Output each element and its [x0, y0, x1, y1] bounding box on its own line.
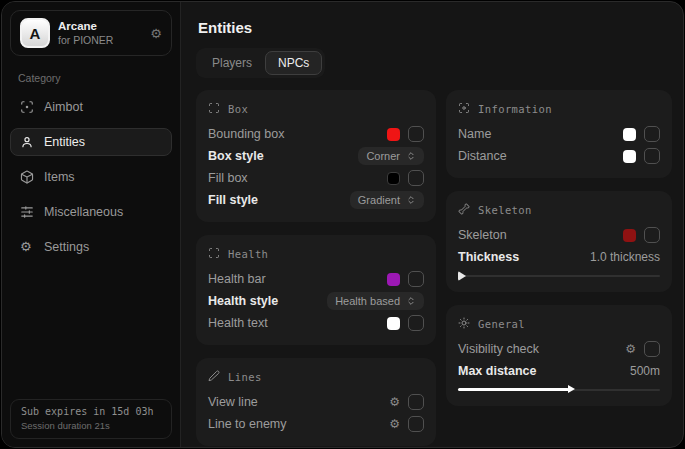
slider-fill: [458, 388, 569, 391]
fill-style-select[interactable]: Gradient: [350, 191, 424, 209]
skeleton-card: Skeleton Skeleton Thickness 1.0 thicknes…: [446, 191, 672, 292]
card-title: Health: [228, 248, 268, 260]
color-swatch[interactable]: [623, 229, 636, 242]
app-logo: A: [20, 18, 50, 48]
visibility-check-checkbox[interactable]: [644, 341, 660, 357]
scan-icon: [208, 245, 220, 263]
general-card: General Visibility check ⚙ Max distance …: [446, 305, 672, 406]
session-duration-text: Session duration 21s: [21, 420, 161, 431]
sidebar-item-entities[interactable]: Entities: [10, 128, 172, 156]
row-label: Max distance: [458, 364, 537, 378]
row-label: Bounding box: [208, 127, 284, 141]
color-swatch[interactable]: [623, 150, 636, 163]
category-label: Category: [18, 72, 164, 84]
setting-row-health-text: Health text: [208, 312, 424, 334]
thickness-value: 1.0 thickness: [590, 250, 660, 264]
information-card-header: Information: [458, 100, 660, 118]
setting-row-visibility-check: Visibility check ⚙: [458, 338, 660, 360]
row-label: Thickness: [458, 250, 519, 264]
thickness-slider[interactable]: [458, 270, 660, 281]
health-text-checkbox[interactable]: [408, 315, 424, 331]
row-label: Health text: [208, 316, 268, 330]
color-swatch[interactable]: [387, 128, 400, 141]
gear-icon: ⚙: [20, 240, 34, 254]
sidebar-item-label: Entities: [44, 135, 85, 149]
skeleton-card-header: Skeleton: [458, 201, 660, 219]
chevrons-up-down-icon: [406, 151, 416, 161]
card-columns: Box Bounding box Box style Corner: [196, 90, 672, 448]
pencil-line-icon: [208, 368, 220, 386]
distance-checkbox[interactable]: [644, 148, 660, 164]
scan-icon: [208, 100, 220, 118]
entity-tabs: Players NPCs: [196, 48, 325, 78]
box-card: Box Bounding box Box style Corner: [196, 90, 436, 222]
view-line-settings-icon[interactable]: ⚙: [389, 396, 400, 408]
visibility-check-settings-icon[interactable]: ⚙: [625, 343, 636, 355]
view-line-checkbox[interactable]: [408, 394, 424, 410]
sidebar-item-settings[interactable]: ⚙ Settings: [10, 233, 172, 261]
lines-card: Lines View line ⚙ Line to enemy ⚙: [196, 358, 436, 446]
slider-handle[interactable]: [458, 271, 466, 281]
sidebar: A Arcane for PIONER ⚙ Category Aimbot En…: [2, 2, 181, 447]
setting-row-line-to-enemy: Line to enemy ⚙: [208, 413, 424, 435]
row-label: Skeleton: [458, 228, 507, 242]
tab-npcs[interactable]: NPCs: [265, 51, 322, 75]
sidebar-item-miscellaneous[interactable]: Miscellaneous: [10, 198, 172, 226]
select-value: Health based: [335, 295, 400, 307]
sidebar-item-aimbot[interactable]: Aimbot: [10, 93, 172, 121]
sidebar-item-items[interactable]: Items: [10, 163, 172, 191]
select-value: Gradient: [358, 194, 400, 206]
setting-row-health-style: Health style Health based: [208, 290, 424, 312]
row-label: Health bar: [208, 272, 266, 286]
card-title: Lines: [228, 371, 262, 383]
max-distance-value: 500m: [630, 364, 660, 378]
information-card: Information Name Distance: [446, 90, 672, 178]
max-distance-slider[interactable]: [458, 384, 660, 395]
health-card-header: Health: [208, 245, 424, 263]
right-column: Information Name Distance: [446, 90, 672, 419]
aimbot-scan-icon: [20, 100, 34, 114]
card-title: Information: [478, 103, 552, 115]
line-to-enemy-checkbox[interactable]: [408, 416, 424, 432]
color-swatch[interactable]: [387, 172, 400, 185]
health-style-select[interactable]: Health based: [327, 292, 424, 310]
sidebar-item-label: Miscellaneous: [44, 205, 123, 219]
slider-arrowhead[interactable]: [568, 385, 575, 393]
chevrons-up-down-icon: [406, 296, 416, 306]
card-title: Box: [228, 103, 248, 115]
setting-row-skeleton: Skeleton: [458, 224, 660, 246]
app-title: Arcane: [58, 20, 113, 32]
tab-players[interactable]: Players: [199, 51, 265, 75]
setting-row-box-style: Box style Corner: [208, 145, 424, 167]
card-title: General: [478, 318, 525, 330]
name-checkbox[interactable]: [644, 126, 660, 142]
chevrons-up-down-icon: [406, 195, 416, 205]
box-style-select[interactable]: Corner: [358, 147, 424, 165]
app-window: A Arcane for PIONER ⚙ Category Aimbot En…: [1, 1, 684, 448]
row-label: Distance: [458, 149, 507, 163]
sidebar-item-label: Items: [44, 170, 75, 184]
settings-icon[interactable]: ⚙: [150, 26, 162, 41]
sidebar-item-label: Aimbot: [44, 100, 83, 114]
health-bar-checkbox[interactable]: [408, 271, 424, 287]
color-swatch[interactable]: [387, 273, 400, 286]
app-subtitle: for PIONER: [58, 34, 113, 46]
setting-row-bounding-box: Bounding box: [208, 123, 424, 145]
bone-icon: [458, 201, 470, 219]
entities-icon: [20, 135, 34, 149]
row-label: Visibility check: [458, 342, 539, 356]
color-swatch[interactable]: [623, 128, 636, 141]
fill-box-checkbox[interactable]: [408, 170, 424, 186]
card-title: Skeleton: [478, 204, 532, 216]
select-value: Corner: [366, 150, 400, 162]
bounding-box-checkbox[interactable]: [408, 126, 424, 142]
skeleton-checkbox[interactable]: [644, 227, 660, 243]
color-swatch[interactable]: [387, 317, 400, 330]
health-card: Health Health bar Health style Health ba…: [196, 235, 436, 345]
setting-row-fill-box: Fill box: [208, 167, 424, 189]
slider-track: [458, 275, 660, 277]
page-title: Entities: [198, 19, 672, 36]
lines-card-header: Lines: [208, 368, 424, 386]
line-to-enemy-settings-icon[interactable]: ⚙: [389, 418, 400, 430]
row-label: Line to enemy: [208, 417, 287, 431]
